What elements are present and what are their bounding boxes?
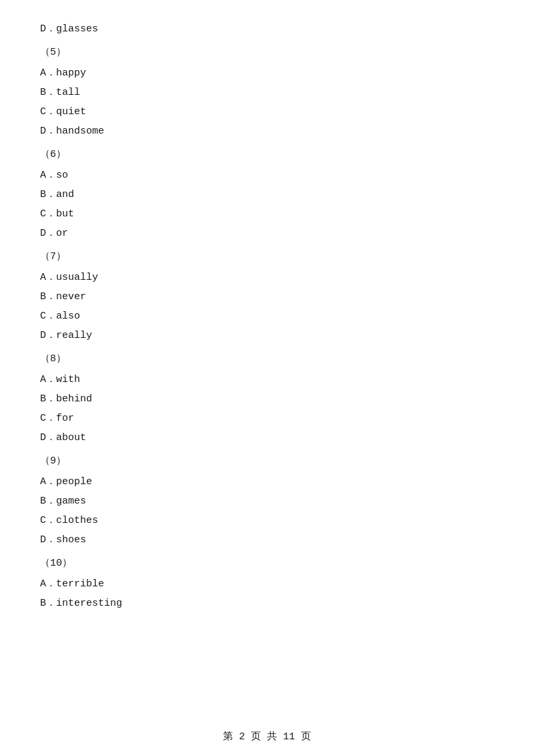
option-item: B．never bbox=[40, 288, 494, 306]
question-number: （8） bbox=[40, 350, 494, 368]
option-item: C．for bbox=[40, 409, 494, 427]
option-item: D．glasses bbox=[40, 20, 494, 38]
question-number: （9） bbox=[40, 452, 494, 470]
main-content: D．glasses（5）A．happyB．tallC．quietD．handso… bbox=[0, 0, 534, 654]
option-item: B．behind bbox=[40, 390, 494, 408]
page-footer: 第 2 页 共 11 页 bbox=[0, 730, 534, 743]
option-item: D．shoes bbox=[40, 531, 494, 549]
option-item: C．but bbox=[40, 205, 494, 223]
option-item: D．about bbox=[40, 429, 494, 447]
option-item: B．and bbox=[40, 186, 494, 204]
option-item: C．quiet bbox=[40, 103, 494, 121]
option-item: A．so bbox=[40, 166, 494, 184]
option-item: C．clothes bbox=[40, 512, 494, 530]
option-item: A．terrible bbox=[40, 575, 494, 593]
option-item: B．tall bbox=[40, 83, 494, 102]
question-number: （6） bbox=[40, 146, 494, 164]
option-item: A．happy bbox=[40, 64, 494, 82]
option-item: C．also bbox=[40, 307, 494, 325]
question-number: （10） bbox=[40, 554, 494, 572]
option-item: A．usually bbox=[40, 268, 494, 287]
question-number: （5） bbox=[40, 43, 494, 61]
option-item: D．handsome bbox=[40, 122, 494, 140]
option-item: D．or bbox=[40, 224, 494, 242]
option-item: A．with bbox=[40, 371, 494, 389]
option-item: B．games bbox=[40, 492, 494, 510]
option-item: A．people bbox=[40, 473, 494, 491]
question-number: （7） bbox=[40, 248, 494, 266]
option-item: D．really bbox=[40, 327, 494, 345]
option-item: B．interesting bbox=[40, 594, 494, 612]
